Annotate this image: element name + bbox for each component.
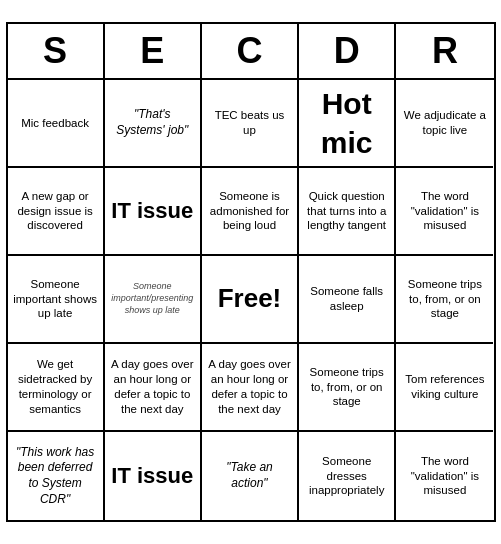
cell-text-12: Free! xyxy=(218,282,282,316)
bingo-cell-21: IT issue xyxy=(105,432,202,520)
bingo-cell-18: Someone trips to, from, or on stage xyxy=(299,344,396,432)
bingo-card: SECDR Mic feedback"That's Systems' job"T… xyxy=(6,22,496,522)
cell-text-19: Tom references viking culture xyxy=(401,372,488,402)
bingo-cell-4: We adjudicate a topic live xyxy=(396,80,493,168)
bingo-cell-12: Free! xyxy=(202,256,299,344)
bingo-cell-13: Someone falls asleep xyxy=(299,256,396,344)
cell-text-3: Hot mic xyxy=(304,84,389,162)
bingo-cell-10: Someone important shows up late xyxy=(8,256,105,344)
cell-text-5: A new gap or design issue is discovered xyxy=(13,189,98,234)
cell-text-20: "This work has been deferred to System C… xyxy=(13,445,98,507)
cell-text-4: We adjudicate a topic live xyxy=(401,108,488,138)
cell-text-9: The word "validation" is misused xyxy=(401,189,488,234)
cell-text-14: Someone trips to, from, or on stage xyxy=(401,277,488,322)
bingo-cell-14: Someone trips to, from, or on stage xyxy=(396,256,493,344)
cell-text-23: Someone dresses inappropriately xyxy=(304,454,389,499)
bingo-cell-5: A new gap or design issue is discovered xyxy=(8,168,105,256)
cell-text-21: IT issue xyxy=(111,462,193,491)
header-letter-c: C xyxy=(202,24,299,78)
header-letter-e: E xyxy=(105,24,202,78)
bingo-cell-1: "That's Systems' job" xyxy=(105,80,202,168)
cell-text-15: We get sidetracked by terminology or sem… xyxy=(13,357,98,417)
bingo-cell-23: Someone dresses inappropriately xyxy=(299,432,396,520)
bingo-cell-2: TEC beats us up xyxy=(202,80,299,168)
bingo-cell-17: A day goes over an hour long or defer a … xyxy=(202,344,299,432)
bingo-cell-0: Mic feedback xyxy=(8,80,105,168)
bingo-cell-24: The word "validation" is misused xyxy=(396,432,493,520)
bingo-cell-8: Quick question that turns into a lengthy… xyxy=(299,168,396,256)
cell-text-13: Someone falls asleep xyxy=(304,284,389,314)
cell-text-0: Mic feedback xyxy=(21,116,89,131)
bingo-cell-9: The word "validation" is misused xyxy=(396,168,493,256)
bingo-cell-7: Someone is admonished for being loud xyxy=(202,168,299,256)
header-letter-s: S xyxy=(8,24,105,78)
cell-text-10: Someone important shows up late xyxy=(13,277,98,322)
cell-text-2: TEC beats us up xyxy=(207,108,292,138)
header-row: SECDR xyxy=(8,24,494,80)
header-letter-r: R xyxy=(396,24,493,78)
cell-text-18: Someone trips to, from, or on stage xyxy=(304,365,389,410)
bingo-cell-16: A day goes over an hour long or defer a … xyxy=(105,344,202,432)
cell-text-11: Someone important/presenting shows up la… xyxy=(110,281,195,316)
bingo-cell-15: We get sidetracked by terminology or sem… xyxy=(8,344,105,432)
cell-text-6: IT issue xyxy=(111,197,193,226)
cell-text-7: Someone is admonished for being loud xyxy=(207,189,292,234)
cell-text-24: The word "validation" is misused xyxy=(401,454,488,499)
bingo-cell-19: Tom references viking culture xyxy=(396,344,493,432)
cell-text-1: "That's Systems' job" xyxy=(110,107,195,138)
bingo-cell-22: "Take an action" xyxy=(202,432,299,520)
cell-text-22: "Take an action" xyxy=(207,460,292,491)
cell-text-17: A day goes over an hour long or defer a … xyxy=(207,357,292,417)
bingo-cell-20: "This work has been deferred to System C… xyxy=(8,432,105,520)
cell-text-8: Quick question that turns into a lengthy… xyxy=(304,189,389,234)
bingo-cell-11: Someone important/presenting shows up la… xyxy=(105,256,202,344)
bingo-cell-6: IT issue xyxy=(105,168,202,256)
header-letter-d: D xyxy=(299,24,396,78)
bingo-grid: Mic feedback"That's Systems' job"TEC bea… xyxy=(8,80,494,520)
cell-text-16: A day goes over an hour long or defer a … xyxy=(110,357,195,417)
bingo-cell-3: Hot mic xyxy=(299,80,396,168)
